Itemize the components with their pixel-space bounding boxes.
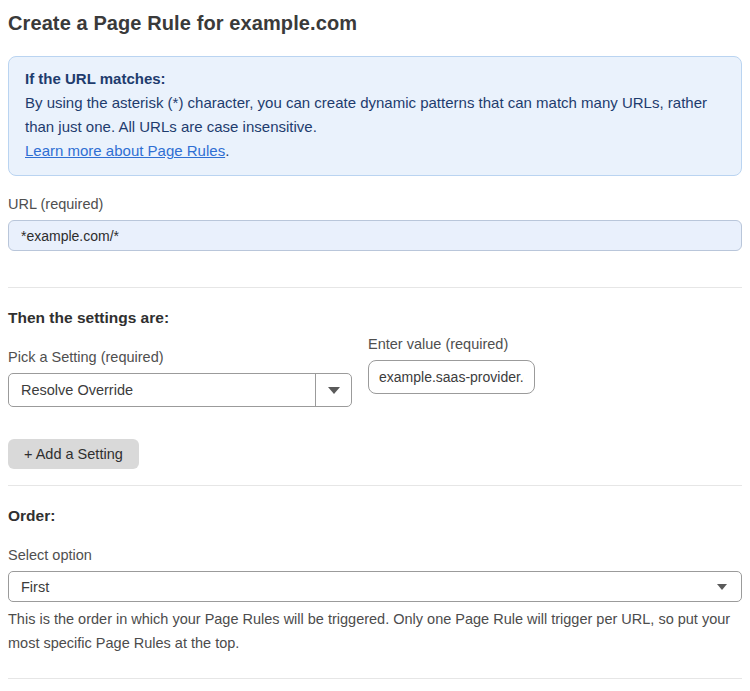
setting-select-caret-cell[interactable]	[315, 374, 351, 406]
info-box-heading: If the URL matches:	[25, 67, 725, 91]
chevron-down-icon	[328, 387, 340, 394]
footer-divider	[8, 678, 742, 679]
setting-value-input[interactable]	[368, 360, 535, 394]
settings-section-heading: Then the settings are:	[8, 309, 742, 327]
info-box-body: By using the asterisk (*) character, you…	[25, 91, 725, 139]
order-select-label: Select option	[8, 547, 742, 563]
info-box-body-text: By using the asterisk (*) character, you…	[25, 94, 707, 135]
page-title: Create a Page Rule for example.com	[8, 12, 742, 35]
setting-select-value: Resolve Override	[9, 374, 315, 406]
add-setting-button[interactable]: + Add a Setting	[8, 439, 139, 469]
create-page-rule-form: Create a Page Rule for example.com If th…	[0, 0, 750, 691]
value-column: Enter value (required)	[368, 329, 535, 394]
url-input[interactable]	[8, 220, 742, 251]
link-suffix: .	[225, 142, 229, 159]
order-select-value: First	[21, 579, 49, 595]
setting-select[interactable]: Resolve Override	[8, 373, 352, 407]
order-help-text: This is the order in which your Page Rul…	[8, 607, 742, 655]
learn-more-link[interactable]: Learn more about Page Rules	[25, 142, 225, 159]
section-divider	[8, 287, 742, 288]
chevron-down-icon	[717, 584, 727, 590]
value-field-label: Enter value (required)	[368, 336, 535, 352]
section-divider	[8, 485, 742, 486]
url-match-info-box: If the URL matches: By using the asteris…	[8, 56, 742, 176]
url-field-label: URL (required)	[8, 196, 742, 212]
order-section-heading: Order:	[8, 507, 742, 525]
settings-row: Pick a Setting (required) Resolve Overri…	[8, 329, 742, 407]
setting-select-label: Pick a Setting (required)	[8, 349, 352, 365]
setting-column: Pick a Setting (required) Resolve Overri…	[8, 329, 352, 407]
order-select[interactable]: First	[8, 571, 742, 602]
info-box-link-line: Learn more about Page Rules.	[25, 139, 725, 163]
